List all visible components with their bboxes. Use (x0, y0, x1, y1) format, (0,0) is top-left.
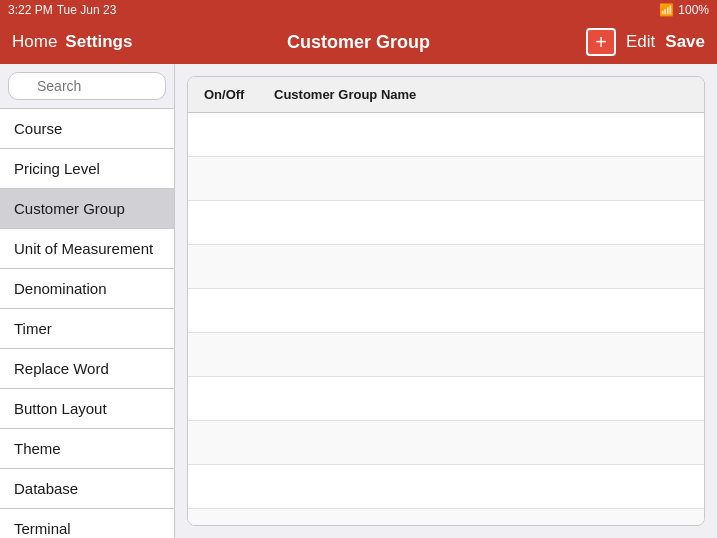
search-container: ⌕ (0, 64, 174, 108)
main-layout: ⌕ CoursePricing LevelCustomer GroupUnit … (0, 64, 717, 538)
sidebar-item-database[interactable]: Database (0, 469, 174, 509)
settings-button[interactable]: Settings (65, 32, 132, 52)
battery-level: 100% (678, 3, 709, 17)
status-right: 📶 100% (659, 3, 709, 17)
sidebar-item-timer[interactable]: Timer (0, 309, 174, 349)
sidebar-item-course[interactable]: Course (0, 108, 174, 149)
save-button[interactable]: Save (665, 32, 705, 52)
plus-icon: + (595, 31, 607, 54)
sidebar-item-button-layout[interactable]: Button Layout (0, 389, 174, 429)
sidebar-items: CoursePricing LevelCustomer GroupUnit of… (0, 108, 174, 538)
nav-right: + Edit Save (586, 28, 705, 56)
sidebar-item-pricing-level[interactable]: Pricing Level (0, 149, 174, 189)
table-row[interactable] (188, 245, 704, 289)
table-row[interactable] (188, 201, 704, 245)
sidebar-item-denomination[interactable]: Denomination (0, 269, 174, 309)
table-row[interactable] (188, 333, 704, 377)
sidebar-item-customer-group[interactable]: Customer Group (0, 189, 174, 229)
page-title: Customer Group (287, 32, 430, 53)
table-row[interactable] (188, 465, 704, 509)
edit-button[interactable]: Edit (626, 32, 655, 52)
table-body (188, 113, 704, 526)
add-button[interactable]: + (586, 28, 616, 56)
sidebar-item-terminal[interactable]: Terminal (0, 509, 174, 538)
col-name-header: Customer Group Name (274, 87, 688, 102)
table-row[interactable] (188, 421, 704, 465)
search-wrapper: ⌕ (8, 72, 166, 100)
table-container: On/Off Customer Group Name (187, 76, 705, 526)
sidebar-item-replace-word[interactable]: Replace Word (0, 349, 174, 389)
content-area: On/Off Customer Group Name (175, 64, 717, 538)
status-left: 3:22 PM Tue Jun 23 (8, 3, 116, 17)
table-row[interactable] (188, 509, 704, 526)
search-input[interactable] (8, 72, 166, 100)
table-row[interactable] (188, 157, 704, 201)
table-row[interactable] (188, 113, 704, 157)
nav-bar: Home Settings Customer Group + Edit Save (0, 20, 717, 64)
table-row[interactable] (188, 377, 704, 421)
col-toggle-header: On/Off (204, 87, 274, 102)
date: Tue Jun 23 (57, 3, 117, 17)
sidebar-item-unit-of-measurement[interactable]: Unit of Measurement (0, 229, 174, 269)
table-row[interactable] (188, 289, 704, 333)
status-bar: 3:22 PM Tue Jun 23 📶 100% (0, 0, 717, 20)
sidebar-item-theme[interactable]: Theme (0, 429, 174, 469)
time: 3:22 PM (8, 3, 53, 17)
table-header: On/Off Customer Group Name (188, 77, 704, 113)
nav-left: Home Settings (12, 32, 132, 52)
wifi-icon: 📶 (659, 3, 674, 17)
sidebar: ⌕ CoursePricing LevelCustomer GroupUnit … (0, 64, 175, 538)
home-button[interactable]: Home (12, 32, 57, 52)
